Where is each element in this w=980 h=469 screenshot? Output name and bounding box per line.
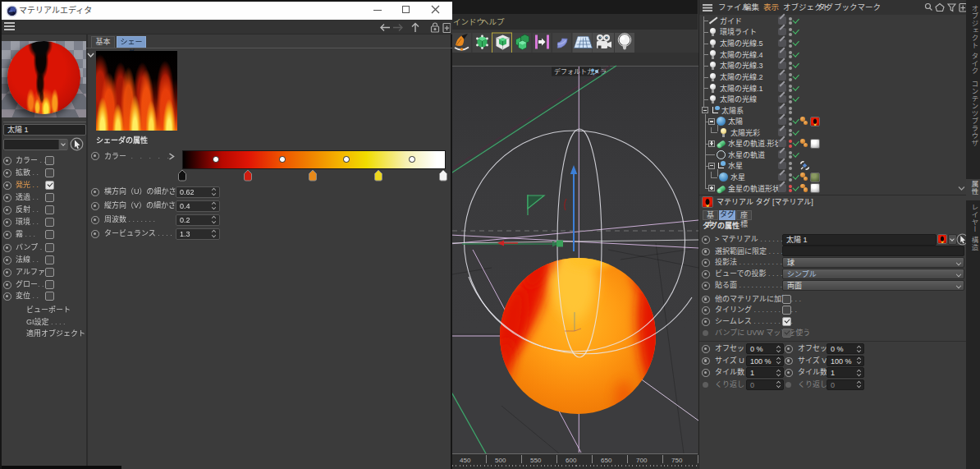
svg-text:デフォルトカメラ: デフォルトカメラ bbox=[554, 67, 607, 76]
